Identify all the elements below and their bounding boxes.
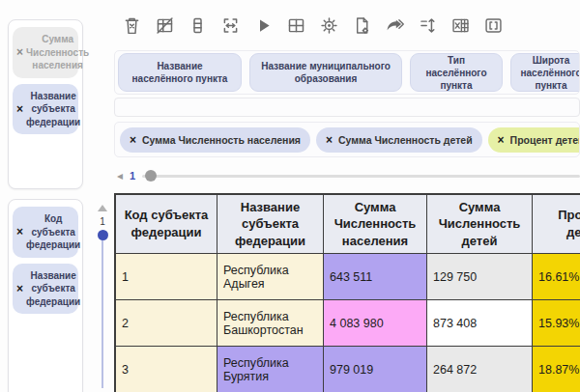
table-cell: 129 750: [427, 254, 533, 300]
column-pager: ◂ 1: [117, 167, 580, 184]
measure-chip-sum-children[interactable]: × Сумма Численность детей: [316, 127, 482, 153]
table-row: 3 Республика Бурятия 979 019 264 872 18.…: [115, 347, 580, 392]
empty-drop-bar[interactable]: [114, 98, 580, 117]
close-icon[interactable]: ×: [16, 283, 23, 294]
field-chip-label: Название субъекта федерации: [26, 90, 80, 129]
table-row: 2 Республика Башкортостан 4 083 980 873 …: [115, 300, 580, 347]
row-field-chip-label: Код субъекта федерации: [26, 212, 80, 252]
column-chip-municipality-name[interactable]: Название муниципального образования: [249, 53, 402, 92]
column-chip-settlement-name[interactable]: Название населённого пункта: [118, 53, 242, 92]
close-icon[interactable]: ×: [16, 46, 23, 58]
table-cell: Республика Бурятия: [218, 347, 324, 392]
run-icon[interactable]: [253, 15, 274, 36]
table-cell: 979 019: [324, 347, 427, 392]
table-cell: 873 408: [427, 300, 533, 347]
page-settings-icon[interactable]: [352, 15, 372, 36]
page-number: 1: [130, 170, 135, 182]
table-cell: 643 511: [324, 254, 427, 300]
table-row: 1 Республика Адыгея 643 511 129 750 16.6…: [115, 254, 580, 300]
close-icon[interactable]: ×: [326, 134, 333, 146]
measures-bar: × Сумма Численность населения × Сумма Чи…: [114, 122, 580, 157]
column-slider-track[interactable]: [142, 175, 580, 178]
column-header: Код субъекта федерации: [115, 194, 218, 254]
table-cell: Республика Башкортостан: [218, 300, 324, 347]
column-chip-settlement-latitude[interactable]: Широта населённого пункта: [510, 53, 580, 92]
rows-icon[interactable]: [188, 15, 208, 36]
prev-page-icon[interactable]: ◂: [117, 170, 123, 182]
row-field-chip-label: Название субъекта федерации: [26, 269, 80, 309]
scroll-up-icon[interactable]: [98, 205, 107, 211]
table-cell: 4 083 980: [324, 300, 427, 347]
row-scroll-slider: 1: [93, 205, 112, 388]
column-slider-handle[interactable]: [145, 170, 157, 182]
row-height-icon[interactable]: [418, 15, 438, 36]
close-icon[interactable]: ×: [130, 134, 136, 146]
share-icon[interactable]: [385, 15, 405, 36]
close-icon[interactable]: ×: [498, 134, 505, 146]
measure-chip-sum-population[interactable]: × Сумма Численность населения: [120, 127, 310, 153]
settings-gear-icon[interactable]: [319, 15, 339, 36]
code-brackets-icon[interactable]: [483, 15, 504, 36]
excel-export-icon[interactable]: [450, 15, 471, 36]
measure-chip-label: Сумма Численность детей: [338, 134, 473, 146]
field-chip-label: Сумма Численность населения: [26, 33, 89, 72]
row-slider-label: 1: [100, 216, 105, 227]
pivot-table: Код субъекта федерации Название субъекта…: [114, 193, 580, 392]
column-chip-settlement-type[interactable]: Тип населённого пункта: [410, 53, 503, 92]
column-header: Процент детей: [533, 194, 580, 254]
close-icon[interactable]: ×: [16, 226, 23, 238]
table-cell: 15.93%: [533, 300, 580, 347]
row-slider-handle[interactable]: [98, 230, 108, 240]
table-cell: 18.87%: [533, 347, 580, 392]
close-icon[interactable]: ×: [16, 103, 23, 115]
delete-table-icon[interactable]: [122, 15, 142, 36]
table-cell: 16.61%: [533, 254, 580, 300]
table-cell: 2: [115, 300, 218, 347]
table-icon[interactable]: [286, 15, 306, 36]
table-header-row: Код субъекта федерации Название субъекта…: [115, 194, 580, 254]
field-chip-subject-name[interactable]: × Название субъекта федерации: [13, 84, 78, 135]
column-header: Сумма Численность населения: [324, 194, 427, 254]
toolbar: [122, 13, 504, 38]
table-cell: 3: [115, 347, 218, 392]
column-header: Название субъекта федерации: [218, 194, 324, 254]
clear-table-icon[interactable]: [155, 15, 175, 36]
table-cell: 1: [115, 254, 218, 300]
measure-chip-label: Процент детей: [510, 134, 580, 146]
column-header: Сумма Численность детей: [427, 194, 533, 254]
hidden-fields-panel: × Сумма Численность населения × Название…: [8, 19, 83, 189]
table-cell: Республика Адыгея: [218, 254, 324, 300]
measure-chip-label: Сумма Численность населения: [142, 134, 301, 146]
table-cell: 264 872: [427, 347, 533, 392]
expand-icon[interactable]: [220, 15, 241, 36]
row-field-chip-subject-code[interactable]: × Код субъекта федерации: [13, 207, 78, 258]
field-chip-sum-population[interactable]: × Сумма Численность населения: [13, 27, 78, 78]
columns-bar: Название населённого пункта Название мун…: [114, 50, 580, 95]
measure-chip-percent-children[interactable]: × Процент детей: [488, 127, 580, 153]
row-field-chip-subject-name[interactable]: × Название субъекта федерации: [13, 264, 78, 315]
row-slider-track[interactable]: [102, 240, 103, 388]
row-fields-panel: × Код субъекта федерации × Название субъ…: [8, 199, 83, 392]
